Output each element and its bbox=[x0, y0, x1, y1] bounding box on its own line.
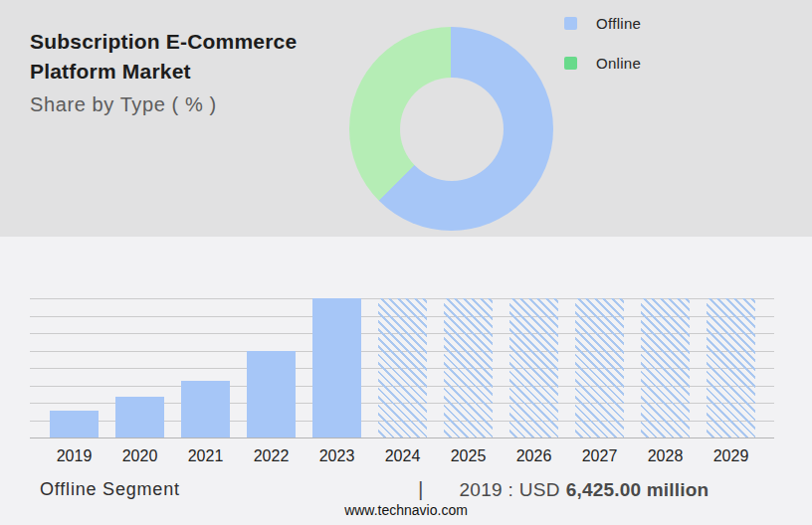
x-tick-label-2028: 2028 bbox=[633, 447, 699, 465]
x-tick-label-2026: 2026 bbox=[502, 447, 567, 465]
x-tick-label-2019: 2019 bbox=[42, 447, 107, 465]
bar-2023 bbox=[312, 298, 361, 438]
bar-chart-plot bbox=[30, 298, 774, 438]
legend-item-offline: Offline bbox=[564, 16, 641, 31]
footer-url-link[interactable]: www.technavio.com bbox=[344, 502, 468, 518]
x-tick-label-2022: 2022 bbox=[239, 447, 304, 465]
bar-chart-x-axis: 2019202020212022202320242025202620272028… bbox=[30, 447, 774, 467]
donut-legend: OfflineOnline bbox=[564, 16, 641, 95]
segment-label: Offline Segment bbox=[40, 479, 180, 500]
value-annotation: | 2019 : USD 6,425.00 million bbox=[418, 477, 709, 501]
bar-2025-forecast bbox=[444, 298, 493, 438]
page-subtitle: Share by Type ( % ) bbox=[30, 93, 338, 116]
page-title-line1: Subscription E-Commerce bbox=[30, 27, 338, 57]
bar-2024-forecast bbox=[378, 298, 427, 438]
bar-2022 bbox=[247, 351, 296, 438]
x-tick-label-2029: 2029 bbox=[699, 447, 764, 465]
legend-swatch-online bbox=[564, 57, 577, 70]
page-title-line2: Platform Market bbox=[30, 57, 338, 87]
x-tick-label-2027: 2027 bbox=[567, 447, 633, 465]
x-tick-label-2025: 2025 bbox=[436, 447, 502, 465]
donut-chart bbox=[349, 27, 553, 231]
bar-2019 bbox=[50, 411, 99, 438]
title-block: Subscription E-Commerce Platform Market … bbox=[30, 27, 338, 116]
footer: www.technavio.com bbox=[0, 502, 812, 518]
bar-2021 bbox=[181, 381, 230, 438]
x-tick-label-2020: 2020 bbox=[107, 447, 173, 465]
value-amount: 6,425.00 million bbox=[566, 479, 710, 501]
x-axis-line bbox=[30, 438, 774, 438]
bar-2020 bbox=[115, 397, 164, 438]
legend-label: Offline bbox=[596, 15, 641, 32]
bar-2027-forecast bbox=[575, 298, 624, 438]
x-tick-label-2023: 2023 bbox=[304, 447, 370, 465]
value-prefix: 2019 : USD bbox=[459, 479, 559, 501]
x-tick-label-2021: 2021 bbox=[173, 447, 239, 465]
separator-bar: | bbox=[418, 477, 423, 501]
legend-label: Online bbox=[596, 55, 641, 72]
infographic-page: Subscription E-Commerce Platform Market … bbox=[0, 0, 812, 525]
legend-swatch-offline bbox=[564, 17, 577, 30]
bar-2028-forecast bbox=[641, 298, 690, 438]
x-tick-label-2024: 2024 bbox=[370, 447, 436, 465]
bar-chart-section: 2019202020212022202320242025202620272028… bbox=[0, 237, 812, 525]
bar-2029-forecast bbox=[707, 298, 755, 438]
legend-item-online: Online bbox=[564, 56, 641, 71]
bar-2026-forecast bbox=[509, 298, 558, 438]
donut-hole bbox=[400, 78, 504, 181]
header-section: Subscription E-Commerce Platform Market … bbox=[0, 0, 812, 237]
